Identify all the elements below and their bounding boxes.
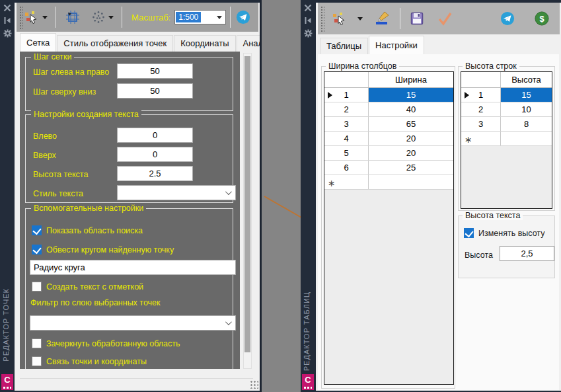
tables-tabs: Таблицы Настройки — [320, 36, 425, 54]
new-table-row[interactable]: ∗ — [461, 132, 552, 146]
step-tb-input[interactable] — [117, 83, 193, 98]
tables-editor-dock-strip: РЕДАКТОР ТАБЛИЦ C — [301, 0, 316, 392]
up-offset-label: Вверх — [33, 151, 56, 160]
scrollbar-thumb[interactable] — [244, 56, 250, 352]
auto-hide-pin-icon[interactable] — [3, 17, 11, 24]
grid-settings-page: Шаг сетки Шаг слева на право Шаг сверху … — [20, 52, 240, 369]
text-height-label: Высота текста — [33, 170, 88, 179]
chevron-down-icon — [225, 188, 232, 195]
table-row[interactable]: 1 15 — [461, 88, 552, 102]
tables-editor-palette: $ Таблицы Настройки Ширина столбцов Шири… — [316, 0, 561, 392]
column-header[interactable]: Ширина — [369, 72, 453, 87]
points-tabs: Сетка Стиль отображения точек Координаты… — [20, 33, 283, 52]
checkbox-icon[interactable] — [32, 356, 42, 366]
table-row[interactable]: 5 20 — [324, 146, 453, 161]
plugin-badge: C — [1, 374, 13, 390]
checkbox-icon[interactable] — [32, 338, 42, 348]
points-editor-palette: Масштаб: 1:500 Сетка Стиль отображения т… — [15, 0, 260, 392]
toolbar-grip[interactable] — [320, 5, 324, 32]
height-input[interactable] — [500, 246, 554, 261]
settings-gear-icon[interactable] — [304, 29, 313, 38]
link-point-coords-checkbox[interactable]: Связь точки и координаты — [32, 356, 147, 366]
column-widths-grid: Ширина 1 15 2 40 3 65 4 20 5 20 — [324, 71, 454, 385]
brush-icon[interactable] — [373, 10, 392, 27]
auto-hide-pin-icon[interactable] — [304, 17, 312, 24]
chevron-down-icon — [225, 319, 232, 325]
checkbox-icon[interactable] — [32, 282, 42, 292]
toolbar-grip[interactable] — [19, 5, 23, 29]
step-tb-label: Шаг сверху вниз — [33, 87, 96, 97]
step-lr-input[interactable] — [117, 63, 193, 79]
donate-icon[interactable]: $ — [533, 10, 550, 27]
tab-grid[interactable]: Сетка — [20, 33, 56, 52]
dropdown-arrow-icon[interactable] — [42, 16, 48, 19]
table-row[interactable]: 3 8 — [461, 117, 552, 132]
dropdown-arrow-icon[interactable] — [108, 16, 114, 19]
app-window: РЕДАКТОР ТОЧЕК C — [0, 0, 561, 392]
circle-found-point-checkbox[interactable]: Обвести кругом найденную точку — [32, 245, 174, 255]
plugin-badge: C — [302, 374, 314, 390]
scale-combobox[interactable]: 1:500 — [174, 10, 226, 24]
select-points-icon[interactable] — [331, 11, 348, 26]
current-row-marker — [328, 92, 332, 98]
left-offset-label: Влево — [33, 132, 57, 141]
palette-bottom-strip — [15, 369, 260, 391]
grid-filler — [461, 146, 552, 208]
points-editor-title: РЕДАКТОР ТОЧЕК — [2, 288, 10, 362]
grid-corner[interactable] — [324, 72, 369, 87]
table-row[interactable]: 2 40 — [324, 102, 453, 117]
checkbox-icon[interactable] — [32, 245, 42, 255]
change-height-checkbox[interactable]: Изменять высоту — [464, 228, 544, 238]
tab-settings[interactable]: Настройки — [369, 36, 424, 54]
close-icon[interactable] — [3, 4, 11, 12]
checkbox-icon[interactable] — [464, 228, 474, 238]
close-icon[interactable] — [304, 4, 312, 12]
svg-text:$: $ — [539, 14, 544, 24]
checkbox-icon[interactable] — [32, 225, 42, 235]
left-offset-input[interactable] — [117, 128, 193, 143]
table-row[interactable]: 2 10 — [461, 102, 552, 117]
points-editor-dock-strip: РЕДАКТОР ТОЧЕК C — [0, 0, 15, 392]
vertical-scrollbar[interactable] — [243, 53, 252, 369]
new-row-marker: ∗ — [465, 134, 472, 145]
tab-point-style[interactable]: Стиль отображения точек — [57, 35, 173, 52]
layer-filter-combobox[interactable] — [30, 315, 236, 331]
point-display-icon[interactable] — [91, 9, 106, 25]
drawing-line — [264, 196, 301, 217]
grid-corner[interactable] — [461, 72, 501, 87]
telegram-icon[interactable] — [235, 9, 252, 26]
settings-gear-icon[interactable] — [3, 29, 12, 38]
tab-tables[interactable]: Таблицы — [320, 38, 368, 54]
step-lr-label: Шаг слева на право — [33, 67, 109, 77]
tab-coordinates[interactable]: Координаты — [174, 35, 235, 52]
resize-grip[interactable] — [249, 379, 258, 389]
strike-processed-area-checkbox[interactable]: Зачеркнуть обработанную область — [32, 338, 180, 348]
height-label: Высота — [465, 251, 493, 260]
up-offset-input[interactable] — [117, 147, 193, 162]
text-style-combobox[interactable] — [117, 185, 236, 200]
scale-value: 1:500 — [176, 12, 201, 22]
create-text-with-mark-checkbox[interactable]: Создать текст с отметкой — [32, 282, 143, 292]
grid-filler — [324, 190, 453, 384]
table-row[interactable]: 6 25 — [324, 161, 453, 175]
layer-filter-label: Фильтр по слою выбранных точек — [30, 298, 161, 307]
circle-radius-input[interactable] — [30, 260, 236, 275]
text-height-input[interactable] — [117, 166, 193, 181]
table-row[interactable]: 3 65 — [324, 117, 453, 132]
dropdown-arrow-icon[interactable] — [357, 17, 363, 20]
apply-check-icon[interactable] — [436, 10, 453, 27]
telegram-icon[interactable] — [499, 10, 516, 27]
text-style-label: Стиль текста — [33, 189, 83, 198]
table-row[interactable]: 4 20 — [324, 132, 453, 146]
column-header[interactable]: Высота — [501, 72, 552, 87]
new-row-marker: ∗ — [328, 178, 336, 188]
new-table-row[interactable]: ∗ — [324, 175, 453, 190]
show-search-area-checkbox[interactable]: Показать область поиска — [32, 225, 143, 235]
tables-editor-title: РЕДАКТОР ТАБЛИЦ — [303, 292, 311, 371]
cad-drawing-area[interactable] — [260, 0, 301, 392]
table-row[interactable]: 1 15 — [324, 88, 453, 102]
tab-analysis[interactable]: Анали — [237, 35, 261, 52]
frame-icon[interactable] — [64, 9, 81, 26]
select-points-icon[interactable] — [23, 9, 40, 25]
save-icon[interactable] — [408, 10, 426, 27]
